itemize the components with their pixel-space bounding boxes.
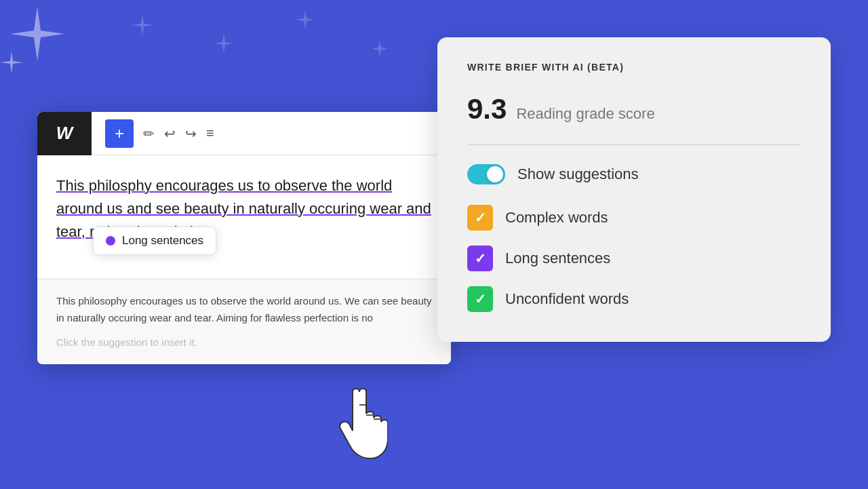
svg-marker-5 xyxy=(372,41,388,57)
reading-score-label: Reading grade score xyxy=(516,105,654,123)
svg-marker-2 xyxy=(131,14,154,37)
unconfident-words-check-icon: ✓ xyxy=(475,291,486,307)
click-hint: Click the suggestion to insert it. xyxy=(56,336,432,348)
editor-toolbar: W + ✏ ↩ ↪ ≡ xyxy=(37,112,451,155)
show-suggestions-label: Show suggestions xyxy=(517,165,639,183)
long-sentences-row[interactable]: ✓ Long sentences xyxy=(467,246,801,271)
reading-score-row: 9.3 Reading grade score xyxy=(467,93,801,125)
suggestion-text: This philosophy encourages us to observe… xyxy=(56,293,432,327)
undo-icon[interactable]: ↩ xyxy=(164,125,176,142)
unconfident-words-checkbox[interactable]: ✓ xyxy=(467,286,493,312)
add-block-button[interactable]: + xyxy=(105,119,134,148)
menu-icon[interactable]: ≡ xyxy=(206,125,214,141)
suggestion-box[interactable]: This philosophy encourages us to observe… xyxy=(37,279,451,364)
editor-panel: W + ✏ ↩ ↪ ≡ This philosphy encourages us… xyxy=(37,112,451,364)
complex-words-checkbox[interactable]: ✓ xyxy=(467,205,493,231)
long-sentences-check-icon: ✓ xyxy=(475,250,486,267)
divider xyxy=(467,144,801,145)
unconfident-words-row[interactable]: ✓ Unconfident words xyxy=(467,286,801,312)
ai-panel-title: WRITE BRIEF WITH AI (BETA) xyxy=(467,62,801,73)
complex-words-label: Complex words xyxy=(505,209,608,227)
show-suggestions-toggle[interactable] xyxy=(467,164,505,184)
svg-marker-0 xyxy=(10,7,64,61)
wp-logo[interactable]: W xyxy=(37,112,92,155)
complex-words-row[interactable]: ✓ Complex words xyxy=(467,205,801,231)
long-sentences-checkbox[interactable]: ✓ xyxy=(467,246,493,271)
unconfident-words-label: Unconfident words xyxy=(505,290,629,308)
svg-marker-4 xyxy=(296,10,315,29)
long-sentences-tooltip: Long sentences xyxy=(93,227,216,255)
tooltip-text: Long sentences xyxy=(122,234,203,248)
pencil-icon[interactable]: ✏ xyxy=(143,125,155,142)
cursor-hand-icon xyxy=(334,388,388,459)
redo-icon[interactable]: ↪ xyxy=(185,125,197,142)
svg-marker-1 xyxy=(0,51,23,74)
show-suggestions-row: Show suggestions xyxy=(467,164,801,184)
reading-score-number: 9.3 xyxy=(467,93,507,125)
long-sentences-label: Long sentences xyxy=(505,250,610,267)
tooltip-dot xyxy=(106,236,115,246)
editor-body: This philosphy encourages us to observe … xyxy=(37,155,451,243)
svg-marker-3 xyxy=(214,34,233,53)
ai-panel: WRITE BRIEF WITH AI (BETA) 9.3 Reading g… xyxy=(437,37,831,342)
complex-words-check-icon: ✓ xyxy=(475,210,486,226)
